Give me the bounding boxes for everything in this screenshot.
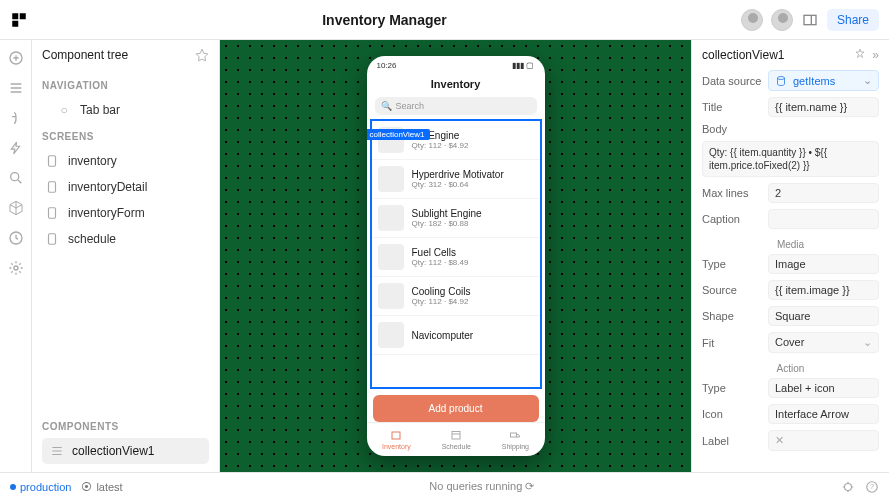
thumbnail [378, 205, 404, 231]
body-input[interactable]: Qty: {{ item.quantity }} • ${{ item.pric… [702, 141, 879, 177]
properties-panel: collectionView1 » Data source getItems ⌄… [691, 40, 889, 472]
bolt-icon[interactable] [8, 140, 24, 156]
svg-point-14 [845, 483, 852, 490]
thumbnail [378, 244, 404, 270]
svg-point-3 [10, 173, 18, 181]
signal-icon: ▮▮▮ ▢ [512, 61, 534, 70]
source-input[interactable]: {{ item.image }} [768, 280, 879, 300]
canvas[interactable]: 10:26 ▮▮▮ ▢ Inventory 🔍 Search collectio… [220, 40, 691, 472]
list-item[interactable]: Cooling CoilsQty: 112 · $4.92 [372, 277, 540, 316]
topbar: Inventory Manager Share [0, 0, 889, 40]
list-icon[interactable] [8, 80, 24, 96]
env-badge[interactable]: production [10, 481, 71, 493]
phone-tabbar: Inventory Schedule Shipping [367, 422, 545, 456]
avatar[interactable] [771, 9, 793, 31]
tree-item-screen[interactable]: inventoryDetail [42, 174, 209, 200]
chevron-down-icon: ⌄ [863, 336, 872, 349]
phone-preview: 10:26 ▮▮▮ ▢ Inventory 🔍 Search collectio… [367, 56, 545, 456]
svg-rect-9 [49, 234, 56, 245]
pin-icon[interactable] [195, 48, 209, 62]
query-status: No queries running ⟳ [133, 480, 831, 493]
components-section-label: COMPONENTS [42, 421, 209, 432]
database-icon [775, 75, 787, 87]
gear-icon[interactable] [8, 260, 24, 276]
tab-inventory[interactable]: Inventory [382, 429, 411, 450]
left-rail [0, 40, 32, 472]
tab-shipping[interactable]: Shipping [502, 429, 529, 450]
media-type-select[interactable]: Image [768, 254, 879, 274]
panels-icon[interactable] [801, 11, 819, 29]
datasource-select[interactable]: getItems ⌄ [768, 70, 879, 91]
calendar-icon [450, 429, 462, 441]
help-icon[interactable]: ? [865, 480, 879, 494]
box-icon [390, 429, 402, 441]
screen-icon [44, 205, 60, 221]
truck-icon [509, 429, 521, 441]
svg-rect-7 [49, 182, 56, 193]
history-icon[interactable] [8, 230, 24, 246]
add-icon[interactable] [8, 50, 24, 66]
list-item[interactable]: Ion EngineQty: 112 · $4.92 [372, 121, 540, 160]
svg-point-13 [778, 76, 785, 79]
search-icon: 🔍 [381, 101, 392, 111]
maxlines-input[interactable]: 2 [768, 183, 879, 203]
caption-input[interactable] [768, 209, 879, 229]
tab-schedule[interactable]: Schedule [442, 429, 471, 450]
svg-point-5 [14, 266, 18, 270]
component-item-selected[interactable]: collectionView1 [42, 438, 209, 464]
cube-icon[interactable] [8, 200, 24, 216]
close-icon[interactable]: ✕ [775, 434, 784, 446]
list-item[interactable]: Hyperdrive MotivatorQty: 312 · $0.64 [372, 160, 540, 199]
list-icon [50, 444, 64, 458]
share-button[interactable]: Share [827, 9, 879, 31]
thumbnail [378, 283, 404, 309]
more-icon[interactable]: » [872, 48, 879, 62]
svg-text:?: ? [870, 483, 874, 490]
title-input[interactable]: {{ item.name }} [768, 97, 879, 117]
chevron-down-icon: ⌄ [863, 74, 872, 87]
list-item[interactable]: Sublight EngineQty: 182 · $0.88 [372, 199, 540, 238]
svg-rect-8 [49, 208, 56, 219]
avatar[interactable] [741, 9, 763, 31]
screen-icon [44, 179, 60, 195]
tree-item-tabbar[interactable]: ○ Tab bar [42, 97, 209, 123]
phone-search[interactable]: 🔍 Search [375, 97, 537, 115]
screens-section-label: SCREENS [42, 131, 209, 142]
tree-item-screen[interactable]: inventoryForm [42, 200, 209, 226]
component-tree-title: Component tree [42, 48, 128, 62]
datasource-label: Data source [702, 75, 762, 87]
label-input[interactable]: ✕ [768, 430, 879, 451]
debug-icon[interactable] [841, 480, 855, 494]
action-section-label: Action [702, 363, 879, 374]
fit-select[interactable]: Cover⌄ [768, 332, 879, 353]
shape-select[interactable]: Square [768, 306, 879, 326]
list-item[interactable]: Fuel CellsQty: 112 · $8.49 [372, 238, 540, 277]
screen-icon [44, 153, 60, 169]
action-type-select[interactable]: Label + icon [768, 378, 879, 398]
svg-rect-10 [392, 432, 400, 439]
phone-title: Inventory [367, 74, 545, 94]
phone-statusbar: 10:26 ▮▮▮ ▢ [367, 56, 545, 74]
tag-icon: ⦿ [81, 481, 92, 493]
props-title: collectionView1 [702, 48, 785, 62]
tree-item-screen[interactable]: schedule [42, 226, 209, 252]
search-icon[interactable] [8, 170, 24, 186]
refresh-icon[interactable]: ⟳ [525, 480, 534, 492]
icon-select[interactable]: Interface Arrow [768, 404, 879, 424]
add-product-button[interactable]: Add product [373, 395, 539, 422]
statusbar: production ⦿latest No queries running ⟳ … [0, 472, 889, 500]
selection-tag[interactable]: collectionView1 [367, 129, 430, 140]
svg-rect-11 [452, 432, 460, 440]
pin-icon[interactable] [854, 48, 866, 62]
collection-view-selection[interactable]: Ion EngineQty: 112 · $4.92 Hyperdrive Mo… [370, 119, 542, 389]
function-icon[interactable] [8, 110, 24, 126]
component-tree-panel: Component tree NAVIGATION ○ Tab bar SCRE… [32, 40, 220, 472]
tree-item-screen[interactable]: inventory [42, 148, 209, 174]
thumbnail [378, 322, 404, 348]
version-badge[interactable]: ⦿latest [81, 481, 122, 493]
screen-icon [44, 231, 60, 247]
list-item[interactable]: Navicomputer [372, 316, 540, 355]
circle-icon: ○ [56, 102, 72, 118]
nav-section-label: NAVIGATION [42, 80, 209, 91]
thumbnail [378, 166, 404, 192]
